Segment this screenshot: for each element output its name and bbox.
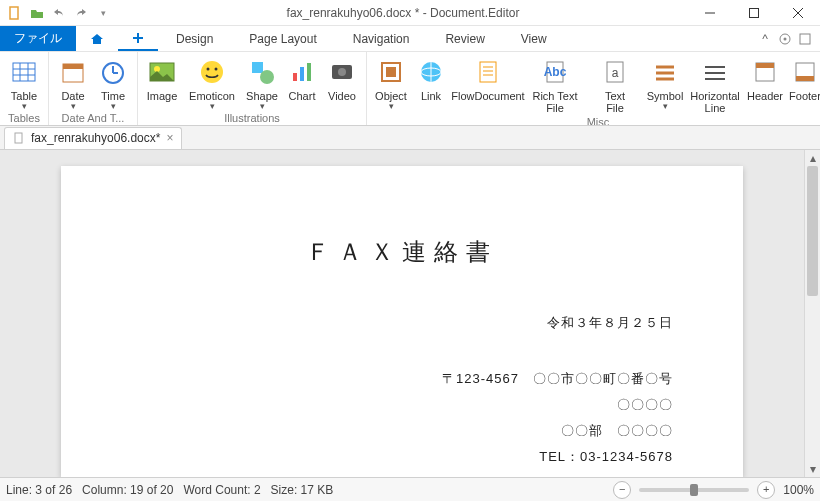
svg-rect-16 [63, 64, 83, 69]
svg-point-24 [215, 68, 218, 71]
new-icon[interactable] [6, 4, 24, 22]
ribbon-table-button[interactable]: Table▾ [4, 54, 44, 110]
svg-point-22 [201, 61, 223, 83]
qat-dropdown-icon[interactable]: ▾ [94, 4, 112, 22]
shape-icon [246, 56, 278, 88]
status-bar: Line: 3 of 26 Column: 19 of 20 Word Coun… [0, 477, 820, 501]
svg-rect-52 [756, 63, 774, 68]
emoticon-icon [196, 56, 228, 88]
ribbon-group-label: Date And T... [53, 110, 133, 125]
doc-heading: ＦＡＸ連絡書 [131, 236, 673, 268]
ribbon-button-label: Rich Text File [532, 90, 577, 114]
status-column: Column: 19 of 20 [82, 483, 173, 497]
svg-rect-37 [480, 62, 496, 82]
chart-icon [286, 56, 318, 88]
close-button[interactable] [776, 0, 820, 26]
ribbon-time-button[interactable]: Time▾ [93, 54, 133, 110]
vertical-scrollbar[interactable]: ▴ ▾ [804, 150, 820, 477]
ribbon-button-label: Header [747, 90, 783, 102]
svg-point-31 [338, 68, 346, 76]
dropdown-icon: ▾ [389, 102, 394, 110]
redo-icon[interactable] [72, 4, 90, 22]
zoom-in-button[interactable]: + [757, 481, 775, 499]
menu-bar: ファイル Design Page Layout Navigation Revie… [0, 26, 820, 52]
ribbon-group-label: Misc [371, 114, 820, 125]
scroll-up-icon[interactable]: ▴ [805, 150, 820, 166]
window-controls [688, 0, 820, 26]
window-title: fax_renrakuhyo06.docx * - Document.Edito… [118, 6, 688, 20]
ribbon-group-3: Object▾LinkFlowDocumentAbcRich Text File… [367, 52, 820, 125]
document-page[interactable]: ＦＡＸ連絡書 令和３年８月２５日 〒123-4567 〇〇市〇〇町〇番〇号 〇〇… [61, 166, 743, 477]
minimize-button[interactable] [688, 0, 732, 26]
close-tab-icon[interactable]: × [166, 131, 173, 145]
ribbon-button-label: Chart [289, 90, 316, 102]
tab-navigation[interactable]: Navigation [335, 26, 428, 51]
help-icon[interactable] [796, 30, 814, 48]
tab-insert-icon[interactable] [118, 26, 158, 51]
undo-icon[interactable] [50, 4, 68, 22]
tab-review[interactable]: Review [427, 26, 502, 51]
tab-page-layout[interactable]: Page Layout [231, 26, 334, 51]
ribbon-shape-button[interactable]: Shape▾ [242, 54, 282, 110]
rich-text-file-icon: Abc [539, 56, 571, 88]
scroll-thumb[interactable] [807, 166, 818, 296]
tab-view[interactable]: View [503, 26, 565, 51]
zoom-out-button[interactable]: − [613, 481, 631, 499]
tab-home-icon[interactable] [76, 26, 118, 51]
zoom-slider[interactable] [639, 488, 749, 492]
maximize-button[interactable] [732, 0, 776, 26]
scroll-track[interactable] [805, 166, 820, 461]
ribbon-header-button[interactable]: Header [745, 54, 785, 114]
flowdocument-icon [472, 56, 504, 88]
header-icon [749, 56, 781, 88]
ribbon-chart-button[interactable]: Chart [282, 54, 322, 110]
text-file-icon: a [599, 56, 631, 88]
svg-rect-25 [252, 62, 263, 73]
ribbon-image-button[interactable]: Image [142, 54, 182, 110]
open-icon[interactable] [28, 4, 46, 22]
svg-rect-9 [800, 34, 810, 44]
doc-line-2: 〇〇〇〇 [131, 392, 673, 418]
svg-rect-54 [796, 76, 814, 81]
collapse-ribbon-icon[interactable]: ^ [756, 30, 774, 48]
ribbon-video-button[interactable]: Video [322, 54, 362, 110]
ribbon-button-label: Video [328, 90, 356, 102]
ribbon-symbol-button[interactable]: Symbol▾ [645, 54, 685, 114]
ribbon-flowdocument-button[interactable]: FlowDocument [451, 54, 525, 114]
table-icon [8, 56, 40, 88]
svg-rect-2 [750, 8, 759, 17]
document-viewport[interactable]: ＦＡＸ連絡書 令和３年８月２５日 〒123-4567 〇〇市〇〇町〇番〇号 〇〇… [0, 150, 804, 477]
ribbon-object-button[interactable]: Object▾ [371, 54, 411, 114]
quick-access-toolbar: ▾ [0, 4, 118, 22]
dropdown-icon: ▾ [22, 102, 27, 110]
ribbon-text-file-button[interactable]: aText File [585, 54, 645, 114]
titlebar: ▾ fax_renrakuhyo06.docx * - Document.Edi… [0, 0, 820, 26]
ribbon-button-label: FlowDocument [451, 90, 524, 102]
tab-design[interactable]: Design [158, 26, 231, 51]
workspace: ＦＡＸ連絡書 令和３年８月２５日 〒123-4567 〇〇市〇〇町〇番〇号 〇〇… [0, 150, 820, 477]
ribbon-date-button[interactable]: Date▾ [53, 54, 93, 110]
zoom-control: − + 100% [613, 481, 814, 499]
svg-point-8 [784, 37, 787, 40]
dropdown-icon: ▾ [663, 102, 668, 110]
ribbon-horizontal-line-button[interactable]: Horizontal Line [685, 54, 745, 114]
ribbon-footer-button[interactable]: Footer [785, 54, 820, 114]
zoom-knob[interactable] [690, 484, 698, 496]
options-icon[interactable] [776, 30, 794, 48]
object-icon [375, 56, 407, 88]
doc-line-1: 〒123-4567 〇〇市〇〇町〇番〇号 [131, 366, 673, 392]
status-size: Size: 17 KB [271, 483, 334, 497]
status-wordcount: Word Count: 2 [183, 483, 260, 497]
scroll-down-icon[interactable]: ▾ [805, 461, 820, 477]
document-tab-label: fax_renrakuhyo06.docx* [31, 131, 160, 145]
svg-rect-27 [293, 73, 297, 81]
doc-date: 令和３年８月２５日 [131, 310, 673, 336]
ribbon-rich-text-file-button[interactable]: AbcRich Text File [525, 54, 585, 114]
tab-file[interactable]: ファイル [0, 26, 76, 51]
status-line: Line: 3 of 26 [6, 483, 72, 497]
svg-point-26 [260, 70, 274, 84]
ribbon-emoticon-button[interactable]: Emoticon▾ [182, 54, 242, 110]
svg-rect-28 [300, 67, 304, 81]
ribbon-link-button[interactable]: Link [411, 54, 451, 114]
document-tab[interactable]: fax_renrakuhyo06.docx* × [4, 127, 182, 149]
